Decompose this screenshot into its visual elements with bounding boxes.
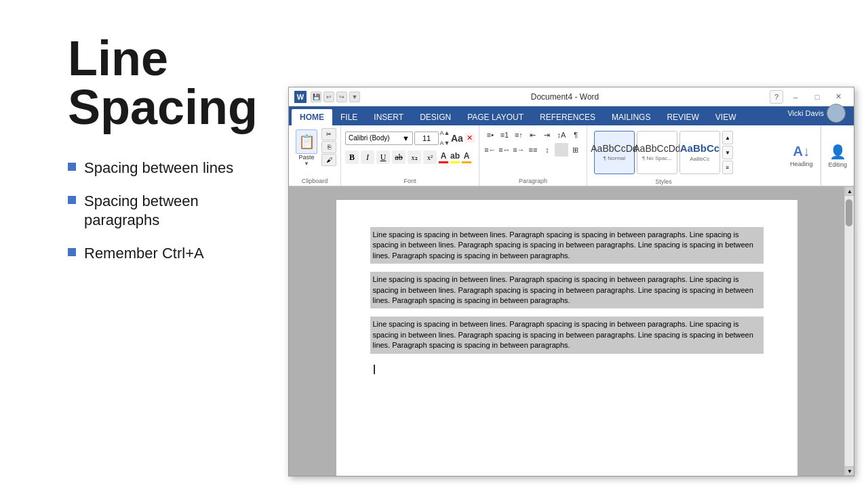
subscript-button[interactable]: x₂ [408, 150, 421, 164]
user-area: Vicki Davis [782, 101, 851, 125]
paragraph-row-2: ≡← ≡↔ ≡→ ≡≡ ↕ ⊞ [484, 143, 583, 157]
scroll-track[interactable] [845, 196, 854, 466]
undo-quick-btn[interactable]: ↩ [323, 92, 334, 102]
text-highlight-button[interactable]: A [462, 151, 471, 163]
editing-badge[interactable]: 👤 Editing [821, 125, 854, 186]
document-area: Line spacing is spacing in between lines… [289, 186, 854, 476]
bold-button[interactable]: B [345, 150, 359, 164]
font-case-button[interactable]: Aa [451, 133, 463, 144]
bullets-button[interactable]: ≡• [484, 128, 497, 142]
copy-button[interactable]: ⎘ [321, 141, 336, 153]
tab-view[interactable]: VIEW [707, 109, 745, 125]
paragraph-label: Paragraph [484, 176, 583, 184]
tab-design[interactable]: DESIGN [412, 109, 459, 125]
clipboard-group: 📋 Paste ▼ ✂ ⎘ 🖌 Clipboard [289, 125, 341, 186]
tab-file[interactable]: FILE [332, 109, 366, 125]
bullet-item-3: Remember Ctrl+A [68, 244, 264, 264]
scroll-thumb[interactable] [846, 199, 852, 226]
font-size-arrows: A▲ A▼ [440, 128, 450, 148]
paragraph-group-content: ≡• ≡1 ≡↑ ⇤ ⇥ ↕A ¶ ≡← ≡↔ ≡→ ≡≡ ↕ ⊞ [484, 128, 583, 176]
tab-page-layout[interactable]: PAGE LAYOUT [459, 109, 532, 125]
user-name: Vicki Davis [787, 109, 824, 117]
superscript-button[interactable]: x² [423, 150, 437, 164]
bullet-square-1 [68, 163, 76, 171]
title-bar-title: Document4 - Word [531, 92, 599, 102]
font-group-content: Calibri (Body) ▼ 11 A▲ A▼ Aa ✕ B I [345, 128, 475, 176]
align-right-button[interactable]: ≡→ [512, 143, 526, 157]
tab-references[interactable]: REFERENCES [532, 109, 604, 125]
tab-home[interactable]: HOME [292, 109, 332, 125]
tab-review[interactable]: REVIEW [658, 109, 707, 125]
scroll-up-button[interactable]: ▲ [845, 186, 854, 196]
font-group: Calibri (Body) ▼ 11 A▲ A▼ Aa ✕ B I [341, 125, 479, 186]
editing-icon: 👤 [829, 144, 846, 160]
style-no-spacing[interactable]: AaBbCcDd ¶ No Spac... [637, 131, 677, 174]
tab-insert[interactable]: INSERT [366, 109, 412, 125]
italic-button[interactable]: I [361, 150, 374, 164]
align-left-button[interactable]: ≡← [484, 143, 497, 157]
text-cursor [374, 365, 375, 374]
line-spacing-button[interactable]: ↕ [540, 143, 554, 157]
increase-indent-button[interactable]: ⇥ [540, 128, 554, 142]
highlight-color-button[interactable]: ab [450, 151, 460, 163]
paste-button[interactable]: 📋 Paste ▼ [293, 128, 320, 168]
style-heading1[interactable]: AaBbCc AaBbCc [679, 131, 720, 174]
clear-format-button[interactable]: ✕ [465, 133, 475, 143]
font-color-button[interactable]: A [439, 151, 448, 163]
underline-button[interactable]: U [376, 150, 390, 164]
justify-button[interactable]: ≡≡ [526, 143, 540, 157]
styles-scroll-up[interactable]: ▲ [722, 131, 733, 144]
font-name-selector[interactable]: Calibri (Body) ▼ [345, 131, 413, 145]
help-button[interactable]: ? [770, 90, 783, 104]
tab-mailings[interactable]: MAILINGS [604, 109, 658, 125]
slide-panel: Line Spacing Spacing between lines Spaci… [0, 0, 285, 488]
ribbon-content: 📋 Paste ▼ ✂ ⎘ 🖌 Clipboard Calibri (Body) [289, 125, 854, 186]
redo-quick-btn[interactable]: ↪ [336, 92, 347, 102]
save-quick-btn[interactable]: 💾 [311, 92, 321, 102]
styles-scroll-down[interactable]: ▼ [722, 146, 733, 159]
text-paragraph-1: Line spacing is spacing in between lines… [370, 227, 764, 264]
multilevel-list-button[interactable]: ≡↑ [512, 128, 526, 142]
document-page[interactable]: Line spacing is spacing in between lines… [289, 186, 844, 476]
user-avatar [827, 104, 846, 123]
ribbon-tabs: HOME FILE INSERT DESIGN PAGE LAYOUT REFE… [289, 106, 854, 125]
numbering-button[interactable]: ≡1 [498, 128, 511, 142]
font-label: Font [345, 176, 475, 184]
shading-button[interactable] [555, 143, 568, 157]
paragraph-row-1: ≡• ≡1 ≡↑ ⇤ ⇥ ↕A ¶ [484, 128, 583, 142]
format-painter-button[interactable]: 🖌 [321, 154, 336, 166]
clipboard-group-content: 📋 Paste ▼ ✂ ⎘ 🖌 [293, 128, 336, 176]
cut-button[interactable]: ✂ [321, 128, 336, 140]
font-top-row: Calibri (Body) ▼ 11 A▲ A▼ Aa ✕ [345, 128, 475, 148]
align-center-button[interactable]: ≡↔ [498, 143, 511, 157]
page-paper: Line spacing is spacing in between lines… [336, 200, 797, 476]
slide-title: Line Spacing [68, 34, 264, 131]
ribbon-right-area: A↓ Heading 👤 Editing [782, 125, 854, 186]
sort-button[interactable]: ↕A [555, 128, 568, 142]
font-size-increase[interactable]: A▲ [440, 128, 450, 138]
styles-container: AaBbCcDd ¶ Normal AaBbCcDd ¶ No Spac... … [591, 128, 736, 177]
customize-quick-btn[interactable]: ▼ [349, 92, 360, 102]
paste-icon: 📋 [296, 129, 317, 154]
vertical-scrollbar[interactable]: ▲ ▼ [844, 186, 854, 476]
heading-icon: A↓ [793, 144, 809, 159]
styles-more[interactable]: ≡ [722, 161, 733, 174]
title-bar-left: W 💾 ↩ ↪ ▼ [294, 91, 360, 103]
title-bar: W 💾 ↩ ↪ ▼ Document4 - Word ? – □ ✕ [289, 87, 854, 106]
text-paragraph-2: Line spacing is spacing in between lines… [370, 272, 764, 308]
font-format-row: B I U ab x₂ x² A ab A [345, 150, 471, 164]
heading-badge[interactable]: A↓ Heading [782, 125, 821, 186]
font-size-decrease[interactable]: A▼ [440, 138, 450, 148]
show-marks-button[interactable]: ¶ [569, 128, 583, 142]
styles-group: AaBbCcDd ¶ Normal AaBbCcDd ¶ No Spac... … [587, 125, 740, 186]
decrease-indent-button[interactable]: ⇤ [526, 128, 540, 142]
bullet-square-3 [68, 248, 76, 256]
strikethrough-button[interactable]: ab [392, 150, 406, 164]
borders-button[interactable]: ⊞ [569, 143, 583, 157]
text-paragraph-3: Line spacing is spacing in between lines… [370, 317, 764, 353]
font-size-selector[interactable]: 11 [414, 131, 439, 145]
styles-scroll-buttons: ▲ ▼ ≡ [722, 131, 733, 174]
paragraph-group: ≡• ≡1 ≡↑ ⇤ ⇥ ↕A ¶ ≡← ≡↔ ≡→ ≡≡ ↕ ⊞ [479, 125, 587, 186]
scroll-down-button[interactable]: ▼ [845, 466, 854, 476]
style-normal[interactable]: AaBbCcDd ¶ Normal [594, 131, 635, 174]
